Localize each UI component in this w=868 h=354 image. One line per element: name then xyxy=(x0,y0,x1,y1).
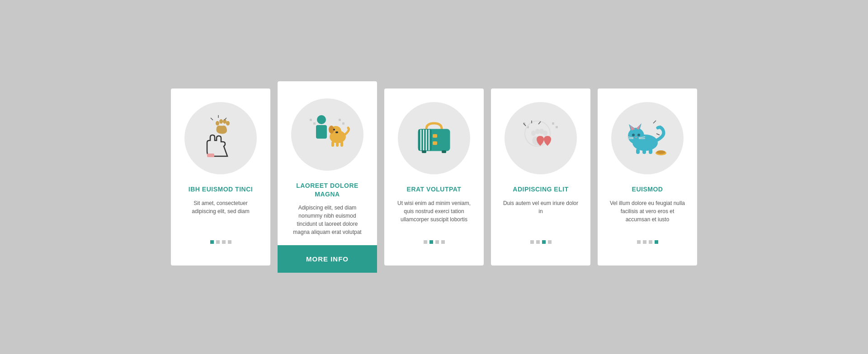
svg-line-46 xyxy=(656,134,660,135)
pet-carrier-icon xyxy=(409,113,459,163)
card-5-title: EUISMOD xyxy=(632,185,663,193)
svg-line-43 xyxy=(538,121,541,124)
dot xyxy=(655,240,658,244)
svg-rect-34 xyxy=(552,122,554,125)
card-4-title: ADIPISCING ELIT xyxy=(513,185,568,193)
dot xyxy=(542,240,546,244)
card-3: ERAT VOLUTPAT Ut wisi enim ad minim veni… xyxy=(384,88,484,265)
svg-point-38 xyxy=(535,129,540,134)
cards-container: IBH EUISMOD TINCI Sit amet, consectetuer… xyxy=(72,85,796,269)
dot xyxy=(649,240,652,244)
svg-line-5 xyxy=(211,118,213,120)
card-3-icon-circle xyxy=(398,102,470,174)
dot xyxy=(429,240,433,244)
card-3-dots xyxy=(424,234,445,253)
card-1-text: Sit amet, consectetuer adipiscing elit, … xyxy=(182,199,259,225)
svg-line-44 xyxy=(653,121,656,123)
svg-rect-8 xyxy=(310,119,312,121)
dot xyxy=(643,240,646,244)
card-3-title: ERAT VOLUTPAT xyxy=(407,185,462,193)
svg-rect-20 xyxy=(336,142,339,147)
svg-rect-31 xyxy=(442,150,446,153)
dot xyxy=(222,240,226,244)
svg-point-53 xyxy=(632,134,635,136)
card-2-text: Adipiscing elit, sed diam nonummy nibh e… xyxy=(288,204,366,236)
svg-rect-59 xyxy=(636,149,640,154)
card-5-icon-circle xyxy=(611,102,684,174)
svg-rect-60 xyxy=(642,149,646,154)
svg-rect-19 xyxy=(331,141,334,147)
svg-rect-23 xyxy=(418,129,432,151)
svg-point-63 xyxy=(656,150,665,154)
svg-point-40 xyxy=(543,130,547,136)
card-4: ADIPISCING ELIT Duis autem vel eum iriur… xyxy=(491,88,590,265)
svg-rect-61 xyxy=(649,149,652,154)
svg-rect-10 xyxy=(339,119,341,121)
more-info-button[interactable]: MORE INFO xyxy=(278,245,377,273)
svg-rect-30 xyxy=(422,150,426,153)
card-4-dots xyxy=(530,234,552,253)
person-dog-icon xyxy=(302,110,352,159)
svg-rect-28 xyxy=(433,134,437,138)
card-4-text: Duis autem vel eum iriure dolor in xyxy=(502,199,580,225)
card-2: LAOREET DOLORE MAGNA Adipiscing elit, se… xyxy=(278,81,377,272)
dot xyxy=(210,240,214,244)
svg-rect-9 xyxy=(313,122,316,125)
svg-point-18 xyxy=(333,129,335,130)
card-5-text: Vel illum dolore eu feugiat nulla facili… xyxy=(609,199,686,225)
paw-heart-icon xyxy=(516,113,566,163)
svg-point-12 xyxy=(317,115,326,124)
dot xyxy=(536,240,540,244)
dot xyxy=(637,240,641,244)
svg-rect-21 xyxy=(340,141,343,147)
card-1-dots xyxy=(210,234,231,253)
card-5: EUISMOD Vel illum dolore eu feugiat null… xyxy=(598,88,697,265)
svg-rect-11 xyxy=(342,122,344,125)
svg-point-1 xyxy=(216,121,219,126)
svg-rect-29 xyxy=(433,141,437,145)
dot xyxy=(530,240,534,244)
hand-paw-icon xyxy=(196,113,245,163)
card-2-icon-circle xyxy=(291,98,363,171)
dot xyxy=(228,240,231,244)
dot xyxy=(441,240,445,244)
svg-rect-35 xyxy=(556,126,558,128)
svg-rect-0 xyxy=(207,154,214,157)
svg-point-48 xyxy=(628,128,644,144)
svg-point-54 xyxy=(637,134,640,136)
card-5-dots xyxy=(637,234,658,253)
dot xyxy=(435,240,439,244)
svg-point-37 xyxy=(531,130,536,136)
svg-point-17 xyxy=(335,131,338,133)
card-3-text: Ut wisi enim ad minim veniam, quis nostr… xyxy=(395,199,473,225)
card-4-icon-circle xyxy=(505,102,577,174)
dot xyxy=(424,240,427,244)
svg-point-4 xyxy=(226,121,230,126)
card-1: IBH EUISMOD TINCI Sit amet, consectetuer… xyxy=(171,88,270,265)
svg-rect-13 xyxy=(316,125,327,139)
dot xyxy=(216,240,220,244)
card-2-title: LAOREET DOLORE MAGNA xyxy=(288,182,366,198)
cat-icon xyxy=(623,113,672,163)
dot xyxy=(548,240,552,244)
card-1-title: IBH EUISMOD TINCI xyxy=(189,185,253,193)
card-1-icon-circle xyxy=(184,102,257,174)
svg-point-2 xyxy=(219,119,223,124)
